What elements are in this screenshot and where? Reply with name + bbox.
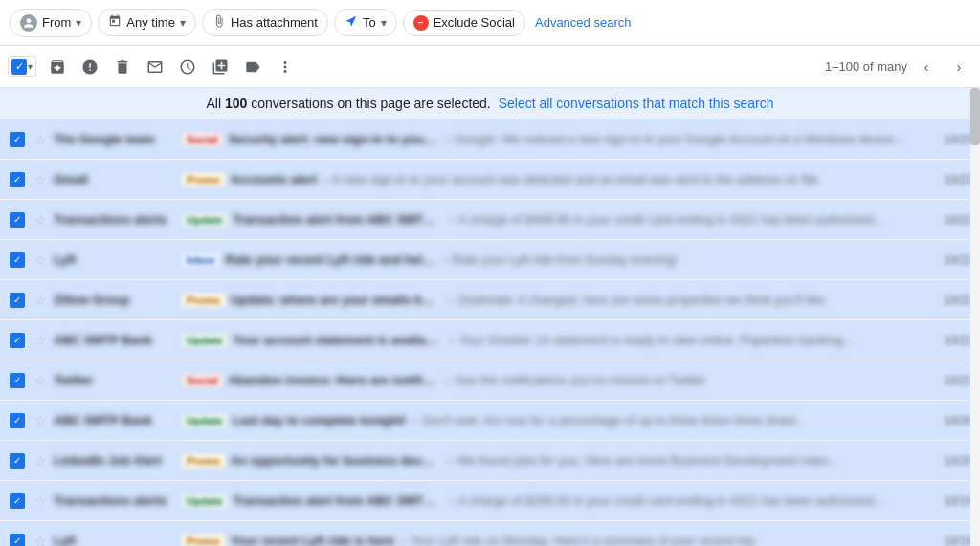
attachment-icon xyxy=(212,14,226,31)
table-row[interactable]: ✓ ☆ Zillow Group Promo Update: where are… xyxy=(0,280,980,320)
attachment-chip[interactable]: Has attachment xyxy=(202,9,328,36)
email-date: 10/21 xyxy=(944,374,972,387)
toolbar-right: 1–100 of many ‹ › xyxy=(825,54,972,80)
checked-icon: ✓ xyxy=(10,252,25,268)
row-checkbox[interactable]: ✓ xyxy=(8,491,27,511)
advanced-search-link[interactable]: Advanced search xyxy=(535,15,631,30)
table-row[interactable]: ✓ ☆ Lyft Promo Your recent Lyft ride is … xyxy=(0,521,980,546)
star-icon[interactable]: ☆ xyxy=(31,291,50,310)
filter-bar: From ▾ Any time ▾ Has attachment To ▾ − xyxy=(0,0,980,46)
prev-page-button[interactable]: ‹ xyxy=(913,54,940,80)
star-icon[interactable]: ☆ xyxy=(31,170,50,189)
exclude-social-chip[interactable]: − Exclude Social xyxy=(403,10,525,36)
email-tag: Promo xyxy=(182,173,225,186)
row-checkbox[interactable]: ✓ xyxy=(8,130,27,149)
row-checkbox[interactable]: ✓ xyxy=(8,371,27,390)
row-checkbox[interactable]: ✓ xyxy=(8,451,27,470)
table-row[interactable]: ✓ ☆ Transactions alerts Update Transacti… xyxy=(0,481,980,521)
row-checkbox[interactable]: ✓ xyxy=(8,411,27,430)
banner-text2: conversations on this page are selected. xyxy=(247,96,491,111)
row-content: Social Abandon invoice: there are notifi… xyxy=(182,373,932,387)
table-row[interactable]: ✓ ☆ ABC SMTP Bank Update Your account st… xyxy=(0,320,980,360)
email-subject: Accounts alert xyxy=(231,172,317,186)
select-all-checkbox[interactable]: ✓ ▾ xyxy=(8,56,36,77)
sender-name: Lyft xyxy=(54,534,178,546)
email-date: 10/22 xyxy=(944,253,972,267)
email-date: 10/23 xyxy=(944,173,972,186)
exclude-social-label: Exclude Social xyxy=(434,15,515,30)
next-page-button[interactable]: › xyxy=(946,54,972,80)
toolbar-left: ✓ ▾ xyxy=(8,52,821,82)
label-button[interactable] xyxy=(237,52,268,82)
anytime-dropdown-icon: ▾ xyxy=(180,16,186,30)
email-tag: Update xyxy=(182,494,227,508)
from-chip[interactable]: From ▾ xyxy=(10,9,92,37)
sender-name: LinkedIn Job Alert xyxy=(54,453,178,468)
row-checkbox[interactable]: ✓ xyxy=(8,210,27,229)
email-snippet: – Google: We noticed a new sign-in to yo… xyxy=(444,132,932,146)
email-tag: Promo xyxy=(182,454,225,468)
email-snippet: – Your October 14 statement is ready to … xyxy=(449,333,932,347)
table-row[interactable]: ✓ ☆ Twitter Social Abandon invoice: ther… xyxy=(0,360,980,401)
star-icon[interactable]: ☆ xyxy=(31,532,50,547)
checked-icon: ✓ xyxy=(10,293,25,308)
archive-button[interactable] xyxy=(42,52,73,82)
star-icon[interactable]: ☆ xyxy=(31,251,50,270)
row-checkbox[interactable]: ✓ xyxy=(8,532,27,547)
row-checkbox[interactable]: ✓ xyxy=(8,170,27,189)
more-options-button[interactable] xyxy=(270,52,301,82)
star-icon[interactable]: ☆ xyxy=(31,331,50,350)
table-row[interactable]: ✓ ☆ LinkedIn Job Alert Promo An opportun… xyxy=(0,441,980,481)
star-icon[interactable]: ☆ xyxy=(31,491,50,511)
email-snippet: – Your Lyft ride on Monday. Here's a sum… xyxy=(400,534,932,546)
scrollbar-thumb[interactable] xyxy=(970,88,980,145)
email-subject: Your recent Lyft ride is here xyxy=(231,534,394,546)
report-spam-button[interactable] xyxy=(75,52,105,82)
mark-unread-button[interactable] xyxy=(140,52,170,82)
checked-icon: ✓ xyxy=(10,534,25,547)
email-subject: Abandon invoice: there are notifications… xyxy=(228,373,438,387)
email-snippet: – See the notifications you've missed on… xyxy=(444,373,932,387)
banner-count: 100 xyxy=(225,96,247,111)
table-row[interactable]: ✓ ☆ Transactions alerts Update Transacti… xyxy=(0,200,980,240)
star-icon[interactable]: ☆ xyxy=(31,210,50,229)
star-icon[interactable]: ☆ xyxy=(31,411,50,430)
sender-name: ABC SMTP Bank xyxy=(54,413,178,427)
snooze-button[interactable] xyxy=(172,52,203,82)
table-row[interactable]: ✓ ☆ Gmail Promo Accounts alert – A new s… xyxy=(0,160,980,200)
select-all-search-link[interactable]: Select all conversations that match this… xyxy=(499,96,774,111)
sender-name: Zillow Group xyxy=(54,293,178,307)
row-checkbox[interactable]: ✓ xyxy=(8,291,27,310)
delete-button[interactable] xyxy=(107,52,138,82)
sender-name: ABC SMTP Bank xyxy=(54,333,178,347)
row-content: Inbox Rate your recent Lyft ride and hel… xyxy=(182,252,932,267)
select-all-wrap[interactable]: ✓ ▾ xyxy=(8,56,36,77)
table-row[interactable]: ✓ ☆ ABC SMTP Bank Update Last day to com… xyxy=(0,401,980,441)
page-info: 1–100 of many xyxy=(825,59,907,74)
email-subject: An opportunity for business development … xyxy=(231,453,441,468)
star-icon[interactable]: ☆ xyxy=(31,130,50,149)
row-content: Update Transaction alert from ABC SMTP B… xyxy=(182,493,932,508)
row-content: Promo Update: where are your emails bein… xyxy=(182,293,932,307)
to-chip-label: To xyxy=(363,15,376,30)
row-checkbox[interactable]: ✓ xyxy=(8,251,27,270)
email-subject: Security alert: new sign-in to your acco… xyxy=(228,132,438,146)
anytime-chip[interactable]: Any time ▾ xyxy=(98,9,196,36)
to-chip[interactable]: To ▾ xyxy=(334,9,397,36)
row-content: Update Your account statement is availab… xyxy=(182,333,932,347)
from-chip-label: From xyxy=(42,15,71,30)
star-icon[interactable]: ☆ xyxy=(31,371,50,390)
table-row[interactable]: ✓ ☆ The Google team Social Security aler… xyxy=(0,120,980,160)
checked-icon: ✓ xyxy=(10,493,25,509)
email-tag: Update xyxy=(182,334,227,347)
toolbar: ✓ ▾ xyxy=(0,46,980,88)
row-checkbox[interactable]: ✓ xyxy=(8,331,27,350)
table-row[interactable]: ✓ ☆ Lyft Inbox Rate your recent Lyft rid… xyxy=(0,240,980,280)
checked-icon: ✓ xyxy=(10,132,25,147)
selection-banner: All 100 conversations on this page are s… xyxy=(0,88,980,120)
email-tag: Social xyxy=(182,133,222,146)
star-icon[interactable]: ☆ xyxy=(31,451,50,470)
move-to-button[interactable] xyxy=(205,52,235,82)
email-tag: Update xyxy=(182,414,227,427)
email-date: 10/20 xyxy=(944,414,972,427)
